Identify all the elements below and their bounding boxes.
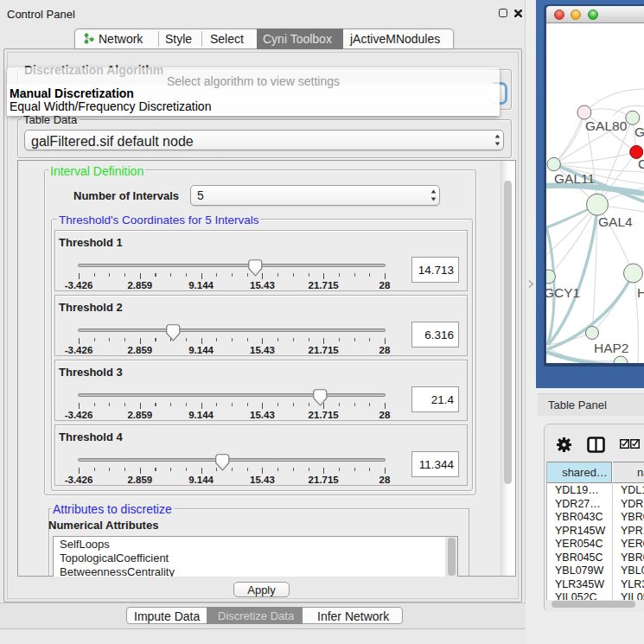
- svg-text:GAL4: GAL4: [598, 214, 633, 229]
- svg-text:GA: GA: [634, 124, 644, 139]
- svg-text:HAP2: HAP2: [594, 341, 629, 355]
- svg-text:GAL80: GAL80: [585, 118, 628, 133]
- svg-text:C: C: [638, 156, 644, 171]
- svg-text:H: H: [637, 285, 644, 300]
- svg-text:GCY1: GCY1: [546, 285, 580, 300]
- svg-text:GAL11: GAL11: [554, 171, 595, 186]
